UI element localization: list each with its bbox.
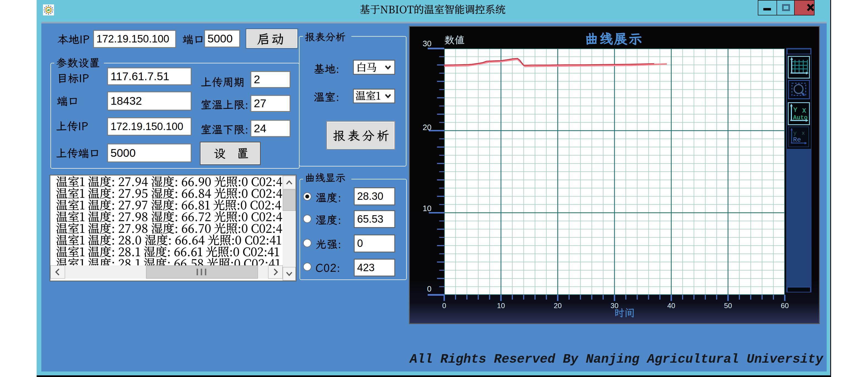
svg-text:x: x <box>802 130 805 136</box>
svg-text:Y: Y <box>793 106 798 114</box>
svg-text:y: y <box>793 130 797 136</box>
svg-text:X: X <box>802 107 806 115</box>
svg-text:Re: Re <box>793 136 801 144</box>
svg-text:Auto: Auto <box>793 114 808 121</box>
